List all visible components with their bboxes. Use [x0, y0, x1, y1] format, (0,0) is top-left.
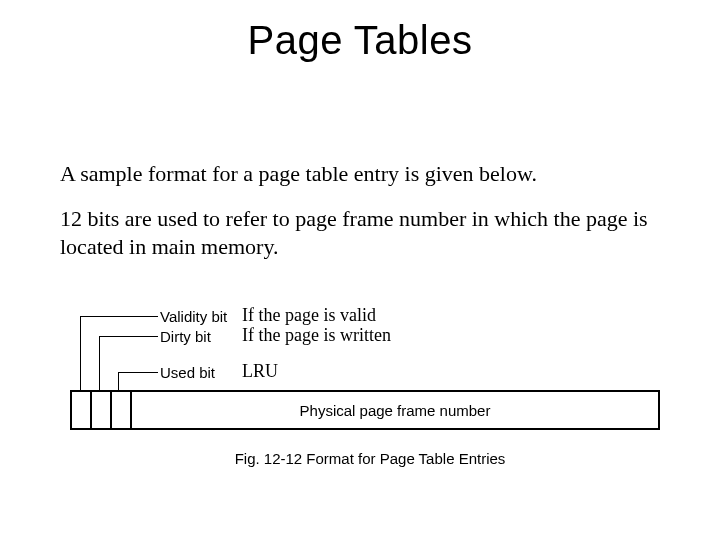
leader-line	[80, 316, 81, 390]
validity-bit-cell	[70, 390, 90, 430]
leader-line	[99, 336, 158, 337]
dirty-bit-label: Dirty bit	[160, 328, 211, 345]
slide: Page Tables A sample format for a page t…	[0, 0, 720, 540]
paragraph-1: A sample format for a page table entry i…	[60, 160, 670, 188]
entry-row: Physical page frame number	[70, 390, 660, 430]
leader-line	[99, 336, 100, 390]
dirty-bit-cell	[90, 390, 110, 430]
slide-title: Page Tables	[0, 18, 720, 63]
leader-line	[80, 316, 158, 317]
leader-line	[118, 372, 119, 390]
figure-caption: Fig. 12-12 Format for Page Table Entries	[60, 450, 680, 467]
page-table-entry-diagram: Validity bit Dirty bit Used bit If the p…	[60, 300, 680, 500]
dirty-bit-note: If the page is written	[242, 326, 391, 346]
validity-bit-label: Validity bit	[160, 308, 227, 325]
used-bit-cell	[110, 390, 130, 430]
frame-number-label: Physical page frame number	[300, 402, 491, 419]
frame-number-cell: Physical page frame number	[130, 390, 660, 430]
validity-bit-note: If the page is valid	[242, 306, 376, 326]
paragraph-2: 12 bits are used to refer to page frame …	[60, 205, 670, 260]
used-bit-label: Used bit	[160, 364, 215, 381]
leader-line	[118, 372, 158, 373]
used-bit-note: LRU	[242, 362, 278, 382]
